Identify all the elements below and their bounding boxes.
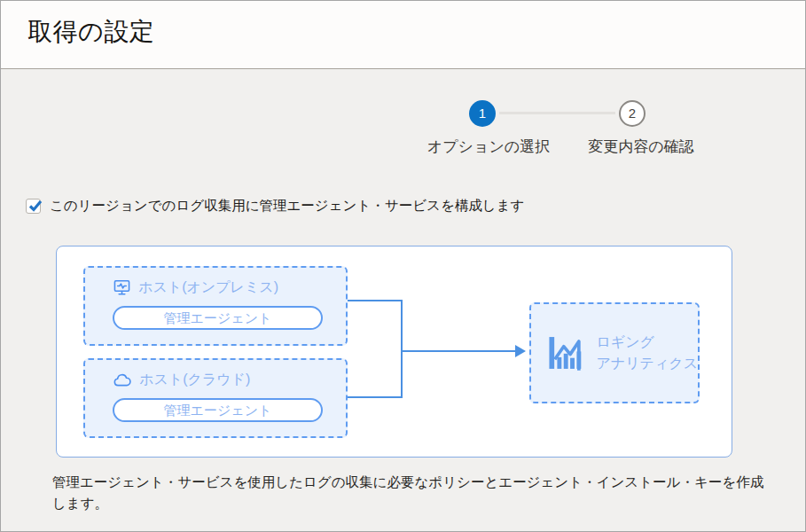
checkbox-checked[interactable] xyxy=(26,199,41,214)
arrow-head-icon xyxy=(515,345,526,357)
connector-top-horizontal xyxy=(348,300,403,301)
host-onpremises-header: ホスト(オンプレミス) xyxy=(113,278,278,297)
host-onpremises-label: ホスト(オンプレミス) xyxy=(138,278,278,297)
host-cloud-header: ホスト(クラウド) xyxy=(113,371,250,389)
page-header: 取得の設定 xyxy=(1,1,805,69)
management-agent-box-cloud: 管理エージェント xyxy=(113,398,323,422)
configure-agent-checkbox-row[interactable]: このリージョンでのログ収集用に管理エージェント・サービスを構成します xyxy=(26,197,524,215)
host-onpremises-box: ホスト(オンプレミス) 管理エージェント xyxy=(83,266,348,346)
connector-vertical xyxy=(401,300,403,398)
logging-analytics-label: ロギング アナリティクス xyxy=(596,332,698,374)
step-1-label: オプションの選択 xyxy=(413,137,564,157)
connector-arrow-line xyxy=(401,350,516,352)
host-cloud-box: ホスト(クラウド) 管理エージェント xyxy=(83,358,348,438)
management-agent-box-onprem: 管理エージェント xyxy=(113,306,323,330)
architecture-diagram: ホスト(オンプレミス) 管理エージェント ホスト(クラウド) 管理エージェント xyxy=(56,246,732,458)
step-2-indicator[interactable]: 2 xyxy=(619,100,646,127)
bar-chart-icon xyxy=(547,332,584,374)
description-text: 管理エージェント・サービスを使用したログの収集に必要なポリシーとエージェント・イ… xyxy=(52,472,769,514)
checkmark-icon xyxy=(27,198,43,214)
logging-analytics-label-line1: ロギング xyxy=(596,332,698,353)
page-title: 取得の設定 xyxy=(27,15,154,49)
acquisition-settings-window: 取得の設定 1 2 オプションの選択 変更内容の確認 このリージョンでのログ収集… xyxy=(0,0,806,532)
step-2-label: 変更内容の確認 xyxy=(566,137,716,157)
checkbox-label: このリージョンでのログ収集用に管理エージェント・サービスを構成します xyxy=(50,197,524,215)
cloud-icon xyxy=(113,372,132,389)
step-1-indicator[interactable]: 1 xyxy=(469,100,496,127)
stepper-connector-line xyxy=(499,112,615,114)
connector-bottom-horizontal xyxy=(348,396,403,398)
logging-analytics-box: ロギング アナリティクス xyxy=(529,302,700,403)
host-cloud-label: ホスト(クラウド) xyxy=(139,371,250,389)
monitor-icon xyxy=(113,278,131,297)
logging-analytics-label-line2: アナリティクス xyxy=(596,353,698,374)
